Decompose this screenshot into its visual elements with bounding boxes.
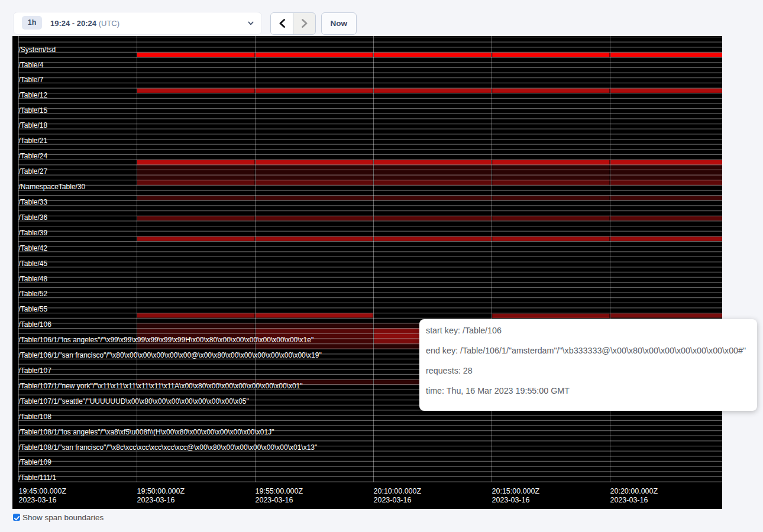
svg-text:/Table/33: /Table/33 [19, 198, 48, 206]
svg-text:/Table/4: /Table/4 [19, 61, 44, 69]
svg-text:19:55:00.000Z: 19:55:00.000Z [256, 487, 303, 495]
svg-text:2023-03-16: 2023-03-16 [492, 496, 530, 504]
svg-text:/Table/107/1/"new york"/"\x11\: /Table/107/1/"new york"/"\x11\x11\x11\x1… [19, 382, 303, 390]
svg-text:20:20:00.000Z: 20:20:00.000Z [610, 487, 658, 495]
svg-text:/Table/24: /Table/24 [19, 152, 48, 160]
svg-text:/Table/21: /Table/21 [19, 137, 48, 145]
svg-text:/Table/108/1/"san francisco"/": /Table/108/1/"san francisco"/"\x8c\xcc\x… [19, 443, 318, 452]
svg-text:/Table/107/1/"seattle"/"UUUUUU: /Table/107/1/"seattle"/"UUUUUUD\x00\x80\… [19, 397, 249, 406]
svg-text:/Table/108/1/"los angeles"/"\x: /Table/108/1/"los angeles"/"\xa8\xf5\u00… [19, 428, 274, 436]
svg-text:/Table/106/1/"san francisco"/": /Table/106/1/"san francisco"/"\x80\x00\x… [19, 351, 322, 359]
svg-text:/Table/106: /Table/106 [19, 320, 52, 329]
svg-text:2023-03-16: 2023-03-16 [374, 496, 412, 504]
svg-text:/Table/36: /Table/36 [19, 213, 48, 222]
svg-text:/Table/108: /Table/108 [19, 413, 52, 421]
svg-text:/Table/42: /Table/42 [19, 244, 48, 252]
svg-text:/Table/107: /Table/107 [19, 366, 52, 375]
svg-text:20:15:00.000Z: 20:15:00.000Z [492, 487, 540, 495]
svg-text:/Table/48: /Table/48 [19, 275, 48, 283]
svg-text:/Table/7: /Table/7 [19, 76, 44, 84]
svg-text:/Table/12: /Table/12 [19, 91, 48, 99]
svg-text:2023-03-16: 2023-03-16 [256, 496, 293, 504]
svg-text:/NamespaceTable/30: /NamespaceTable/30 [19, 183, 86, 191]
svg-text:/Table/18: /Table/18 [19, 121, 48, 129]
svg-text:/Table/111/1: /Table/111/1 [19, 473, 57, 482]
svg-text:/Table/27: /Table/27 [19, 167, 48, 176]
svg-text:/Table/55: /Table/55 [19, 305, 48, 313]
svg-text:2023-03-16: 2023-03-16 [19, 496, 57, 504]
svg-text:/Table/106/1/"los angeles"/"\x: /Table/106/1/"los angeles"/"\x99\x99\x99… [19, 336, 314, 344]
svg-text:/Table/45: /Table/45 [19, 259, 48, 268]
svg-text:20:10:00.000Z: 20:10:00.000Z [374, 487, 422, 495]
svg-text:/System/tsd: /System/tsd [19, 46, 56, 54]
svg-text:2023-03-16: 2023-03-16 [610, 496, 648, 504]
svg-text:/Table/39: /Table/39 [19, 229, 48, 237]
svg-text:19:45:00.000Z: 19:45:00.000Z [19, 487, 67, 495]
svg-text:/Table/52: /Table/52 [19, 290, 48, 298]
svg-text:/Table/15: /Table/15 [19, 106, 48, 115]
svg-text:19:50:00.000Z: 19:50:00.000Z [137, 487, 185, 495]
svg-text:2023-03-16: 2023-03-16 [137, 496, 175, 504]
svg-text:/Table/109: /Table/109 [19, 458, 52, 466]
